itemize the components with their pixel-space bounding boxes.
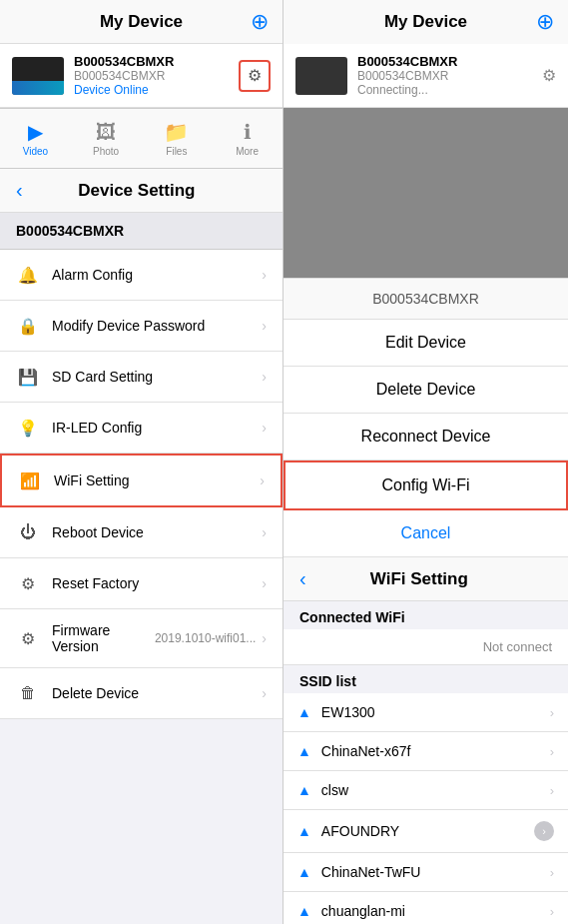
wifi-signal-icon: ▲ — [297, 782, 311, 798]
right-device-status: Connecting... — [357, 83, 542, 97]
action-menu: B000534CBMXR Edit Device Delete Device R… — [284, 279, 568, 557]
right-panel: My Device ⊕ B000534CBMXR B000534CBMXR Co… — [284, 0, 568, 924]
edit-device-button[interactable]: Edit Device — [284, 320, 568, 367]
tab-video-label: Video — [23, 146, 48, 157]
right-device-card[interactable]: B000534CBMXR B000534CBMXR Connecting... … — [284, 44, 568, 108]
left-panel: My Device ⊕ B000534CBMXR B000534CBMXR De… — [0, 0, 284, 924]
device-card[interactable]: B000534CBMXR B000534CBMXR Device Online … — [0, 44, 283, 108]
wifi-chevron-icon: › — [550, 865, 554, 880]
wifi-setting-panel: ‹ WiFi Setting Connected WiFi Not connec… — [284, 557, 568, 924]
wifi-title: WiFi Setting — [314, 569, 524, 589]
firmware-chevron-icon: › — [262, 630, 267, 646]
reset-factory-label: Reset Factory — [52, 575, 262, 591]
ir-led-label: IR-LED Config — [52, 420, 262, 436]
wifi-signal-icon: ▲ — [297, 704, 311, 720]
files-tab-icon: 📁 — [164, 120, 189, 144]
right-title: My Device — [384, 12, 467, 32]
reconnect-device-label: Reconnect Device — [361, 428, 491, 446]
wifi-network-clsw[interactable]: ▲ clsw › — [284, 771, 568, 810]
wifi-signal-icon: ▲ — [297, 903, 311, 919]
right-device-thumbnail — [295, 57, 347, 95]
edit-device-label: Edit Device — [385, 334, 466, 352]
right-add-button[interactable]: ⊕ — [536, 9, 554, 35]
reconnect-device-button[interactable]: Reconnect Device — [284, 414, 568, 461]
tab-photo[interactable]: 🖼 Photo — [71, 109, 142, 168]
config-wifi-button[interactable]: Config Wi-Fi — [284, 461, 568, 510]
menu-device-id: B000534CBMXR — [284, 279, 568, 320]
settings-title: Device Setting — [31, 181, 243, 201]
wifi-setting-label: WiFi Setting — [54, 472, 260, 488]
modify-password-label: Modify Device Password — [52, 318, 262, 334]
delete-device-button[interactable]: Delete Device — [284, 367, 568, 414]
sd-icon: 💾 — [16, 365, 40, 389]
device-id: B000534CBMXR — [74, 69, 239, 83]
left-header: My Device ⊕ — [0, 0, 283, 44]
tab-video[interactable]: ▶ Video — [0, 109, 71, 168]
tab-files-label: Files — [166, 146, 187, 157]
delete-chevron-icon: › — [262, 685, 267, 701]
wifi-chevron-icon: › — [550, 783, 554, 798]
video-tab-icon: ▶ — [28, 120, 43, 144]
alarm-config-label: Alarm Config — [52, 267, 262, 283]
settings-device-id: B000534CBMXR — [0, 213, 283, 250]
gear-icon: ⚙ — [248, 66, 262, 85]
alarm-chevron-icon: › — [262, 267, 267, 283]
delete-icon: 🗑 — [16, 681, 40, 705]
reboot-device-item[interactable]: ⏻ Reboot Device › — [0, 507, 283, 558]
sd-card-item[interactable]: 💾 SD Card Setting › — [0, 352, 283, 403]
wifi-setting-header: ‹ WiFi Setting — [284, 557, 568, 601]
firmware-version-item[interactable]: ⚙ Firmware Version 2019.1010-wifi01... › — [0, 609, 283, 668]
wifi-active-icon: › — [534, 821, 554, 841]
firmware-icon: ⚙ — [16, 626, 40, 650]
wifi-ssid-name: ChinaNet-TwFU — [321, 864, 550, 880]
wifi-ssid-name: EW1300 — [321, 704, 550, 720]
settings-list: 🔔 Alarm Config › 🔒 Modify Device Passwor… — [0, 250, 283, 719]
more-tab-icon: ℹ — [244, 120, 252, 144]
device-info: B000534CBMXR B000534CBMXR Device Online — [74, 54, 239, 97]
device-gear-button[interactable]: ⚙ — [239, 60, 271, 92]
delete-device-label: Delete Device — [376, 381, 476, 399]
tab-files[interactable]: 📁 Files — [142, 109, 213, 168]
alarm-icon: 🔔 — [16, 263, 40, 287]
wifi-network-chuanglan[interactable]: ▲ chuanglan-mi › — [284, 892, 568, 924]
reset-factory-chevron-icon: › — [262, 575, 267, 591]
device-name: B000534CBMXR — [74, 54, 239, 69]
wifi-network-chinanet-twfu[interactable]: ▲ ChinaNet-TwFU › — [284, 853, 568, 892]
settings-back-button[interactable]: ‹ — [16, 179, 23, 202]
wifi-network-chinanet-x67f[interactable]: ▲ ChinaNet-x67f › — [284, 732, 568, 771]
wifi-chevron-icon: › — [550, 744, 554, 759]
right-device-id: B000534CBMXR — [357, 69, 542, 83]
wifi-setting-item[interactable]: 📶 WiFi Setting › — [0, 454, 283, 507]
tab-more-label: More — [236, 146, 259, 157]
firmware-version-label: Firmware Version — [52, 622, 155, 654]
wifi-setting-chevron-icon: › — [260, 472, 265, 488]
device-status: Device Online — [74, 83, 239, 97]
left-panel-top: My Device ⊕ B000534CBMXR B000534CBMXR De… — [0, 0, 283, 169]
modify-password-item[interactable]: 🔒 Modify Device Password › — [0, 301, 283, 352]
ir-led-item[interactable]: 💡 IR-LED Config › — [0, 403, 283, 454]
wifi-network-ew1300[interactable]: ▲ EW1300 › — [284, 693, 568, 732]
alarm-config-item[interactable]: 🔔 Alarm Config › — [0, 250, 283, 301]
wifi-ssid-name: clsw — [321, 782, 550, 798]
reset-factory-item[interactable]: ⚙ Reset Factory › — [0, 558, 283, 609]
add-device-button[interactable]: ⊕ — [251, 9, 269, 35]
cancel-button[interactable]: Cancel — [284, 510, 568, 557]
reset-icon: ⚙ — [16, 571, 40, 595]
right-gear-icon: ⚙ — [542, 66, 556, 85]
connected-wifi-header: Connected WiFi — [284, 601, 568, 629]
wifi-chevron-icon: › — [550, 904, 554, 919]
reboot-chevron-icon: › — [262, 524, 267, 540]
wifi-ssid-name: AFOUNDRY — [321, 823, 534, 839]
wifi-back-button[interactable]: ‹ — [299, 567, 306, 590]
tab-bar: ▶ Video 🖼 Photo 📁 Files ℹ More — [0, 108, 283, 168]
left-title: My Device — [100, 12, 183, 32]
config-wifi-label: Config Wi-Fi — [381, 476, 469, 494]
modify-password-chevron-icon: › — [262, 318, 267, 334]
tab-more[interactable]: ℹ More — [212, 109, 283, 168]
wifi-network-afoundry[interactable]: ▲ AFOUNDRY › — [284, 810, 568, 853]
wifi-ssid-name: ChinaNet-x67f — [321, 743, 550, 759]
right-device-info: B000534CBMXR B000534CBMXR Connecting... — [357, 54, 542, 97]
delete-device-item[interactable]: 🗑 Delete Device › — [0, 668, 283, 719]
sd-card-label: SD Card Setting — [52, 369, 262, 385]
ssid-list-header: SSID list — [284, 665, 568, 693]
